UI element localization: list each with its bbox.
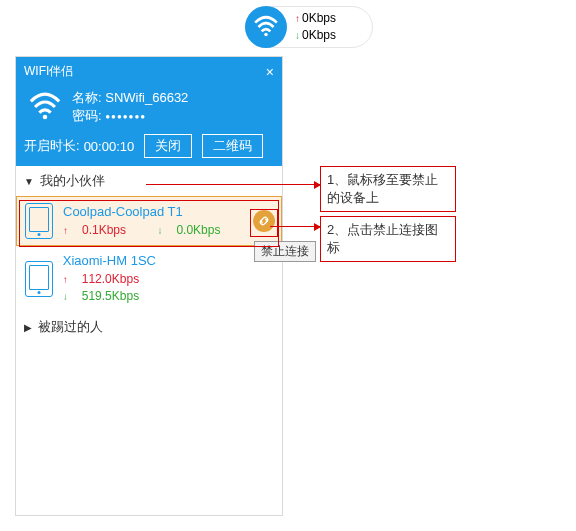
device-name: Xiaomi-HM 1SC [63, 253, 273, 269]
chevron-down-icon: ▼ [24, 176, 34, 187]
svg-point-0 [264, 33, 267, 36]
down-arrow-icon: ↓ [157, 225, 162, 236]
device-down: 0.0Kbps [176, 223, 220, 237]
ban-tooltip: 禁止连接 [254, 241, 316, 262]
duration-label: 开启时长: [24, 137, 80, 155]
name-label: 名称: [72, 90, 102, 105]
close-button[interactable]: 关闭 [144, 134, 192, 158]
wifi-password-mask: ●●●●●●● [105, 111, 146, 120]
section-kicked[interactable]: ▶ 被踢过的人 [16, 312, 282, 342]
phone-icon [25, 203, 53, 239]
up-arrow-icon: ↑ [295, 13, 300, 24]
annotation-step2: 2、点击禁止连接图标 [320, 216, 456, 262]
pill-up-value: 0Kbps [302, 11, 336, 25]
wifi-panel: WIFI伴侣 × 名称: SNWifi_66632 密码: ●●●● [15, 56, 283, 516]
pill-stats: ↑0Kbps ↓0Kbps [295, 10, 336, 44]
wifi-status-pill: ↑0Kbps ↓0Kbps [245, 6, 373, 48]
down-arrow-icon: ↓ [63, 291, 68, 302]
section-partners-label: 我的小伙伴 [40, 172, 105, 190]
svg-point-1 [43, 115, 48, 120]
up-arrow-icon: ↑ [63, 225, 68, 236]
pill-down-value: 0Kbps [302, 28, 336, 42]
annotation-step1: 1、鼠标移至要禁止的设备上 [320, 166, 456, 212]
section-partners[interactable]: ▼ 我的小伙伴 [16, 166, 282, 196]
device-up: 0.1Kbps [82, 223, 126, 237]
chevron-right-icon: ▶ [24, 322, 32, 333]
wifi-icon [24, 86, 66, 128]
ban-connection-icon[interactable] [253, 210, 275, 232]
wifi-name: SNWifi_66632 [105, 90, 188, 105]
device-up: 112.0Kbps [82, 272, 139, 286]
panel-header: WIFI伴侣 × 名称: SNWifi_66632 密码: ●●●● [16, 57, 282, 166]
device-row[interactable]: Coolpad-Coolpad T1 ↑0.1Kbps ↓0.0Kbps [16, 196, 282, 246]
device-down: 519.5Kbps [82, 289, 139, 303]
annotation-arrow [270, 226, 320, 227]
section-kicked-label: 被踢过的人 [38, 318, 103, 336]
phone-icon [25, 261, 53, 297]
pwd-label: 密码: [72, 108, 102, 123]
close-icon[interactable]: × [266, 64, 274, 80]
panel-title: WIFI伴侣 [24, 63, 73, 80]
up-arrow-icon: ↑ [63, 274, 68, 285]
wifi-icon [245, 6, 287, 48]
device-name: Coolpad-Coolpad T1 [63, 204, 248, 220]
qrcode-button[interactable]: 二维码 [202, 134, 263, 158]
device-row[interactable]: Xiaomi-HM 1SC ↑112.0Kbps ↓519.5Kbps [16, 246, 282, 312]
annotation-arrow [146, 184, 320, 185]
down-arrow-icon: ↓ [295, 30, 300, 41]
duration-value: 00:00:10 [84, 139, 135, 154]
